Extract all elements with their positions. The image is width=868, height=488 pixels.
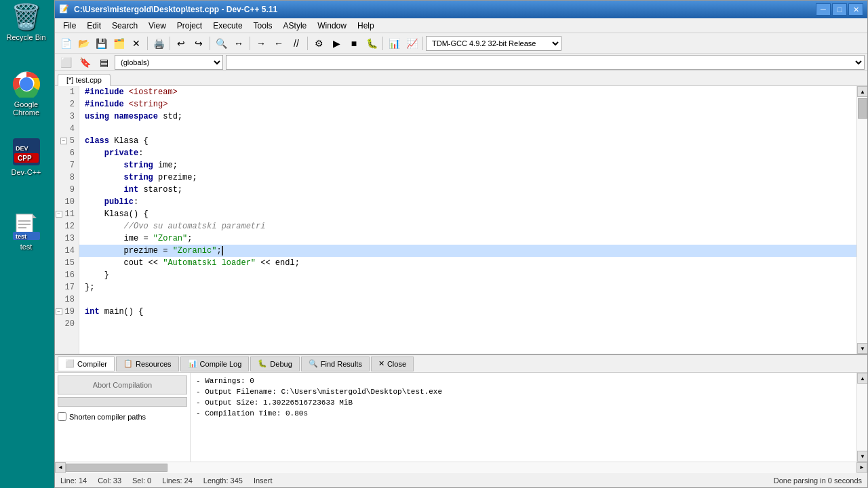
code-line-7[interactable]: string ime; (79, 159, 856, 171)
fold-btn-19[interactable]: − (56, 308, 62, 315)
fold-btn-5[interactable]: − (60, 138, 67, 144)
toolbar-debug[interactable]: 🐛 (363, 35, 380, 52)
globals-dropdown1[interactable]: (globals) (115, 55, 223, 70)
panel-tab-resources[interactable]: 📋 Resources (116, 357, 179, 371)
panel-scroll-down[interactable]: ▼ (857, 451, 867, 462)
code-line-4[interactable] (79, 123, 856, 135)
menu-window[interactable]: Window (312, 20, 352, 32)
desktop-icon-test[interactable]: test test (1, 210, 52, 253)
vertical-scrollbar[interactable]: ▲ ▼ (856, 86, 867, 354)
status-length: Length: 345 (203, 476, 243, 485)
code-line-3[interactable]: using namespace std; (79, 110, 856, 123)
desktop-icon-dev-cpp[interactable]: DEV CPP Dev-C++ (1, 136, 52, 179)
toolbar-open[interactable]: 📂 (75, 35, 92, 52)
find-icon: 🔍 (309, 359, 318, 368)
globals-icon3[interactable]: ▤ (96, 54, 112, 70)
menu-search[interactable]: Search (106, 20, 143, 32)
globals-dropdown2[interactable] (226, 55, 865, 70)
line-num-16: 16 (55, 269, 79, 281)
code-line-13[interactable]: ime = "Zoran"; (79, 232, 856, 245)
tab-test-cpp[interactable]: [*] test.cpp (58, 74, 111, 86)
svg-point-2 (22, 79, 31, 89)
desktop-icon-recycle-bin[interactable]: 🗑️ Recycle Bin (1, 1, 52, 44)
code-line-17[interactable]: }; (79, 281, 856, 293)
menu-view[interactable]: View (143, 20, 172, 32)
code-line-19[interactable]: int main() { (79, 306, 856, 318)
code-line-1[interactable]: #include <iostream> (79, 86, 856, 98)
panel-scroll-up[interactable]: ▲ (857, 373, 867, 384)
code-line-8[interactable]: string prezime; (79, 171, 856, 184)
menu-astyle[interactable]: AStyle (278, 20, 313, 32)
code-line-10[interactable]: public: (79, 196, 856, 208)
toolbar-unindent[interactable]: ← (271, 35, 287, 52)
scroll-thumb[interactable] (858, 98, 867, 119)
menu-file[interactable]: File (58, 20, 81, 32)
panel-tab-find-results[interactable]: 🔍 Find Results (301, 357, 370, 371)
toolbar-close[interactable]: ✕ (128, 35, 144, 52)
scroll-left-button[interactable]: ◄ (55, 462, 66, 473)
scroll-right-button[interactable]: ► (856, 462, 867, 473)
line-num-8: 8 (55, 171, 79, 184)
shorten-compiler-paths: Shorten compiler paths (58, 412, 187, 421)
code-line-16[interactable]: } (79, 269, 856, 281)
toolbar-stop[interactable]: ■ (346, 35, 362, 52)
toolbar-comment[interactable]: // (288, 35, 304, 52)
compiler-icon: ⬜ (65, 359, 75, 368)
toolbar-compile[interactable]: ⚙ (311, 35, 327, 52)
horizontal-scrollbar[interactable]: ◄ ► (55, 462, 867, 472)
toolbar-save-all[interactable]: 🗂️ (111, 35, 127, 52)
compiler-dropdown[interactable]: TDM-GCC 4.9.2 32-bit Release (426, 36, 561, 51)
shorten-checkbox[interactable] (58, 412, 66, 421)
editor-container: 1 2 3 4 −5 6 7 8 9 10 −11 12 13 14 15 16… (55, 86, 867, 354)
sep1 (147, 37, 148, 50)
panel-tab-compile-log[interactable]: 📊 Compile Log (180, 357, 250, 371)
menu-execute[interactable]: Execute (208, 20, 248, 32)
toolbar-run[interactable]: ▶ (328, 35, 344, 52)
toolbar-chart2[interactable]: 📈 (403, 35, 420, 52)
minimize-button[interactable]: ─ (816, 3, 831, 16)
sep6 (382, 37, 383, 50)
globals-icon1[interactable]: ⬜ (58, 54, 74, 70)
abort-compilation-button[interactable]: Abort Compilation (58, 375, 187, 394)
toolbar-undo[interactable]: ↩ (173, 35, 189, 52)
code-editor[interactable]: #include <iostream> #include <string> us… (79, 86, 856, 354)
code-line-20[interactable] (79, 318, 856, 330)
toolbar-new[interactable]: 📄 (58, 35, 74, 52)
panel-tab-compiler[interactable]: ⬜ Compiler (58, 357, 115, 371)
compile-log-icon: 📊 (188, 359, 197, 368)
toolbar-save[interactable]: 💾 (93, 35, 109, 52)
code-line-14[interactable]: prezime = "Zoranic"; (79, 245, 856, 257)
line-num-6: 6 (55, 147, 79, 159)
scroll-down-button[interactable]: ▼ (857, 343, 867, 354)
scroll-up-button[interactable]: ▲ (857, 86, 867, 97)
toolbar-print[interactable]: 🖨️ (151, 35, 167, 52)
close-button[interactable]: ✕ (848, 3, 863, 16)
globals-icon2[interactable]: 🔖 (77, 54, 93, 70)
code-line-15[interactable]: cout << "Automatski loader" << endl; (79, 257, 856, 269)
menu-project[interactable]: Project (172, 20, 208, 32)
code-line-18[interactable] (79, 293, 856, 306)
toolbar-indent[interactable]: → (253, 35, 269, 52)
toolbar-replace[interactable]: ↔ (231, 35, 247, 52)
code-line-6[interactable]: private: (79, 147, 856, 159)
desktop-icon-google-chrome[interactable]: Google Chrome (1, 68, 52, 119)
panel-tab-debug[interactable]: 🐛 Debug (250, 357, 299, 371)
code-line-5[interactable]: class Klasa { (79, 135, 856, 147)
toolbar-find[interactable]: 🔍 (213, 35, 229, 52)
code-line-11[interactable]: Klasa() { (79, 208, 856, 220)
h-scroll-thumb[interactable] (66, 464, 167, 472)
menu-help[interactable]: Help (352, 20, 380, 32)
fold-btn-11[interactable]: − (56, 211, 62, 218)
maximize-button[interactable]: □ (832, 3, 847, 16)
status-col: Col: 33 (98, 476, 121, 485)
menu-tools[interactable]: Tools (248, 20, 278, 32)
toolbar-chart1[interactable]: 📊 (386, 35, 402, 52)
code-line-12[interactable]: //Ovo su automatski parametri (79, 220, 856, 232)
panel-tab-close[interactable]: ✕ Close (371, 357, 414, 371)
toolbar-redo[interactable]: ↪ (191, 35, 207, 52)
code-line-9[interactable]: int starost; (79, 184, 856, 196)
panel-vertical-scrollbar[interactable]: ▲ ▼ (856, 373, 867, 462)
menu-edit[interactable]: Edit (81, 20, 106, 32)
code-line-2[interactable]: #include <string> (79, 98, 856, 110)
resources-icon: 📋 (123, 359, 133, 368)
